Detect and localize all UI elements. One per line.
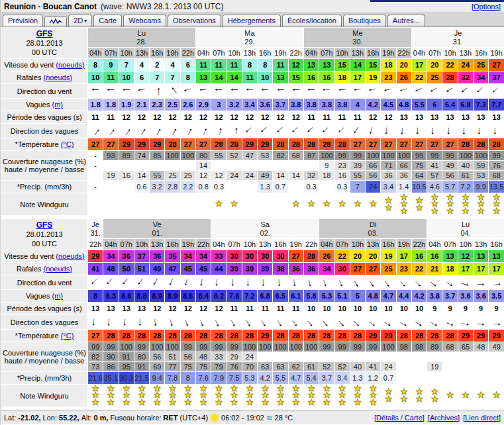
cell-cloud-mid [134, 161, 149, 171]
cell-cloud-mid [288, 352, 303, 362]
cell-waves: 3.6 [474, 290, 489, 303]
star-rating-icon: ★★★ [273, 385, 287, 406]
cell-cloud-mid: 48 [195, 352, 211, 362]
cell-cloud-low: 25 [180, 171, 195, 181]
cell-waves: 7.8 [227, 290, 242, 303]
cell-cloud-mid: 91 [119, 352, 134, 362]
tab-observations[interactable]: Observations [168, 15, 221, 26]
star-rating-icon: ★ [366, 201, 380, 208]
direction-arrow-icon: → [166, 275, 179, 290]
alt-label: Alt: [81, 414, 92, 422]
cell-temperature: 28 [227, 138, 242, 151]
cell-gusts: 11 [103, 71, 119, 84]
cell-cloud-high: 99 [211, 342, 227, 352]
cell-cloud-low: 63 [273, 362, 288, 372]
cell-cloud-low: 14 [134, 171, 149, 181]
cell-temperature: 28 [242, 330, 257, 342]
cell-windguru-rating: ★★ [381, 193, 396, 216]
model-link[interactable]: GFS [36, 29, 53, 38]
cell-cloud-mid [334, 352, 350, 362]
cell-temperature: 27 [103, 138, 119, 151]
tab-webcams[interactable]: Webcams [123, 15, 166, 26]
cell-wind-dir-arrow: → [150, 84, 165, 99]
star-rating-icon: ★★★ [304, 385, 319, 406]
cell-precip: 4.6 [427, 181, 442, 193]
cell-windguru-rating: ★★★ [134, 385, 149, 407]
cell-waves: 3.6 [458, 290, 473, 303]
footer-link-archives[interactable]: [Archives] [428, 414, 460, 422]
direction-arrow-icon: → [228, 87, 240, 96]
direction-arrow-icon: → [150, 275, 164, 290]
footer-link-détails-carte[interactable]: [Détails / Carte] [374, 414, 425, 422]
cell-wave-dir-arrow: → [396, 124, 411, 138]
cell-temperature: 28 [303, 138, 319, 151]
direction-arrow-icon: → [321, 86, 332, 96]
tab-pr-vision[interactable]: Prévision [3, 15, 43, 26]
cell-temperature: 28 [227, 330, 242, 342]
cell-gusts: 17 [474, 263, 489, 275]
cell-wave-period: 11 [303, 111, 319, 124]
cell-waves: 2.3 [150, 99, 165, 111]
footer: Lat: -21.02, Lon: 55.22, Alt: 0 m, Fusea… [1, 410, 504, 424]
cell-temperature: 28 [334, 138, 350, 151]
cell-windguru-rating: ★ [489, 385, 504, 407]
tab-boutiques[interactable]: Boutiques [343, 15, 386, 26]
cell-wave-dir-arrow: → [195, 124, 211, 138]
direction-arrow-icon: → [319, 124, 334, 138]
cell-cloud-low: 75 [180, 362, 195, 372]
cell-waves: 6.8 [458, 99, 473, 111]
cell-wave-period: 12 [273, 111, 288, 124]
star-rating-icon: ★ [211, 201, 226, 208]
day-header: Di03. [319, 219, 427, 239]
cell-waves: 6.4 [442, 99, 458, 111]
tab-2d[interactable]: 2D▾ [68, 15, 92, 26]
star-rating-icon: ★ [289, 201, 303, 208]
cell-cloud-mid [350, 352, 365, 362]
cell-wind-speed: 17 [396, 250, 411, 263]
cell-wave-dir-arrow: → [180, 315, 195, 330]
model-link[interactable]: GFS [36, 220, 53, 230]
cell-wave-dir-arrow: → [273, 124, 288, 138]
cell-wind-speed: 36 [119, 250, 134, 263]
cell-windguru-rating: ★★ [396, 385, 411, 407]
direction-arrow-icon: → [212, 315, 225, 330]
tab-autres-[interactable]: Autres... [387, 15, 425, 26]
cell-wave-dir-arrow: → [366, 315, 381, 330]
footer-link-lien-direct[interactable]: [Lien direct] [463, 414, 501, 422]
cell-cloud-low: 68 [489, 171, 504, 181]
cell-wave-period: 13 [103, 303, 119, 315]
direction-arrow-icon: → [427, 84, 442, 98]
cell-cloud-high: 99 [489, 151, 504, 161]
cell-cloud-low: 19 [427, 362, 442, 372]
cell-cloud-mid [288, 161, 303, 171]
cell-cloud-high: - [88, 151, 103, 161]
cell-cloud-high: 68 [288, 151, 303, 161]
cell-wind-speed: 7 [119, 59, 134, 71]
cell-wave-dir-arrow: → [427, 315, 442, 330]
tab--coles-location[interactable]: Écoles/location [282, 15, 342, 26]
hour-header: 13h [366, 239, 381, 250]
direction-arrow-icon: → [88, 275, 103, 290]
row-label-wave-dir: Direction des vagues [1, 124, 88, 138]
cell-wind-speed: 27 [288, 250, 303, 263]
cell-precip: 1.4 [396, 181, 411, 193]
star-rating-icon: ★★★ [366, 385, 380, 406]
tab-h-bergements[interactable]: Hébergements [223, 15, 281, 26]
tab-wave-graph-icon[interactable] [44, 16, 67, 26]
cell-wave-period: 9 [442, 303, 458, 315]
cell-waves: 6.1 [288, 290, 303, 303]
options-link[interactable]: [Options] [472, 3, 501, 11]
direction-arrow-icon: → [166, 84, 180, 99]
cell-wave-dir-arrow: → [258, 124, 273, 138]
direction-arrow-icon: → [274, 315, 287, 330]
cell-precip [288, 181, 303, 193]
direction-arrow-icon: → [459, 277, 472, 289]
tab-carte[interactable]: Carte [93, 15, 122, 26]
direction-arrow-icon: → [430, 125, 440, 137]
cell-waves: 3.8 [319, 99, 334, 111]
cell-temperature: 27 [381, 138, 396, 151]
timezone-value: RET [164, 414, 178, 422]
cell-cloud-high: 100 [458, 151, 473, 161]
cell-gusts: 38 [273, 263, 288, 275]
cell-precip: 2.2 [180, 181, 195, 193]
